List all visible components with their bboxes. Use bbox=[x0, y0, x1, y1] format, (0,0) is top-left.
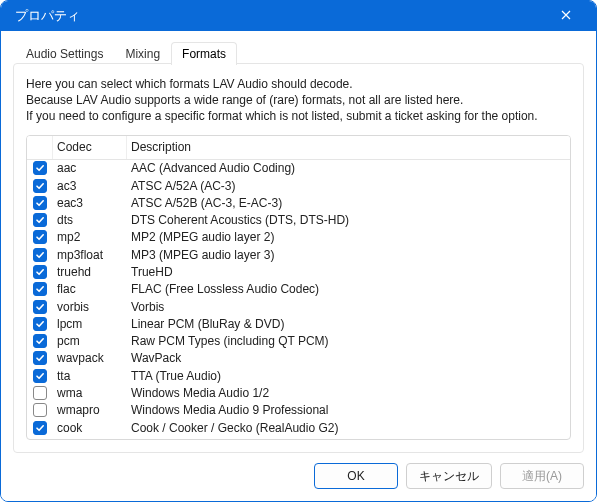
table-row[interactable]: ttaTTA (True Audio) bbox=[27, 367, 570, 384]
tab-audio-settings[interactable]: Audio Settings bbox=[15, 42, 114, 65]
codec-cell: flac bbox=[53, 282, 127, 296]
table-row[interactable]: vorbisVorbis bbox=[27, 298, 570, 315]
help-line: If you need to configure a specific form… bbox=[26, 108, 571, 124]
tab-label: Mixing bbox=[125, 47, 160, 61]
table-row[interactable]: ac3ATSC A/52A (AC-3) bbox=[27, 177, 570, 194]
list-body[interactable]: aacAAC (Advanced Audio Coding)ac3ATSC A/… bbox=[27, 160, 570, 439]
format-checkbox[interactable] bbox=[33, 196, 47, 210]
codec-cell: aac bbox=[53, 161, 127, 175]
codec-cell: ac3 bbox=[53, 179, 127, 193]
table-row[interactable]: truehdTrueHD bbox=[27, 263, 570, 280]
description-cell: MP2 (MPEG audio layer 2) bbox=[127, 230, 570, 244]
format-checkbox[interactable] bbox=[33, 161, 47, 175]
format-checkbox[interactable] bbox=[33, 300, 47, 314]
description-cell: WavPack bbox=[127, 351, 570, 365]
codec-cell: wmapro bbox=[53, 403, 127, 417]
col-check[interactable] bbox=[27, 136, 53, 159]
codec-cell: dts bbox=[53, 213, 127, 227]
format-checkbox[interactable] bbox=[33, 369, 47, 383]
properties-dialog: プロパティ Audio SettingsMixingFormats Here y… bbox=[0, 0, 597, 502]
cancel-button[interactable]: キャンセル bbox=[406, 463, 492, 489]
codec-cell: pcm bbox=[53, 334, 127, 348]
format-checkbox[interactable] bbox=[33, 351, 47, 365]
table-row[interactable]: wmaWindows Media Audio 1/2 bbox=[27, 384, 570, 401]
codec-cell: truehd bbox=[53, 265, 127, 279]
table-row[interactable]: aacAAC (Advanced Audio Coding) bbox=[27, 160, 570, 177]
codec-cell: mp2 bbox=[53, 230, 127, 244]
description-cell: ATSC A/52B (AC-3, E-AC-3) bbox=[127, 196, 570, 210]
description-cell: TrueHD bbox=[127, 265, 570, 279]
description-cell: TTA (True Audio) bbox=[127, 369, 570, 383]
codec-cell: wavpack bbox=[53, 351, 127, 365]
codec-cell: vorbis bbox=[53, 300, 127, 314]
tab-panel-formats: Here you can select which formats LAV Au… bbox=[13, 63, 584, 453]
format-checkbox[interactable] bbox=[33, 386, 47, 400]
description-cell: MP3 (MPEG audio layer 3) bbox=[127, 248, 570, 262]
codec-cell: cook bbox=[53, 421, 127, 435]
description-cell: ATSC A/52A (AC-3) bbox=[127, 179, 570, 193]
help-line: Because LAV Audio supports a wide range … bbox=[26, 92, 571, 108]
formats-list: Codec Description aacAAC (Advanced Audio… bbox=[26, 135, 571, 440]
format-checkbox[interactable] bbox=[33, 282, 47, 296]
help-text: Here you can select which formats LAV Au… bbox=[26, 76, 571, 125]
codec-cell: tta bbox=[53, 369, 127, 383]
title-bar: プロパティ bbox=[1, 1, 596, 31]
help-line: Here you can select which formats LAV Au… bbox=[26, 76, 571, 92]
codec-cell: wma bbox=[53, 386, 127, 400]
description-cell: FLAC (Free Lossless Audio Codec) bbox=[127, 282, 570, 296]
format-checkbox[interactable] bbox=[33, 265, 47, 279]
table-row[interactable]: mp3floatMP3 (MPEG audio layer 3) bbox=[27, 246, 570, 263]
close-icon bbox=[561, 9, 571, 23]
table-row[interactable]: eac3ATSC A/52B (AC-3, E-AC-3) bbox=[27, 194, 570, 211]
format-checkbox[interactable] bbox=[33, 334, 47, 348]
description-cell: DTS Coherent Acoustics (DTS, DTS-HD) bbox=[127, 213, 570, 227]
table-row[interactable]: wmaproWindows Media Audio 9 Professional bbox=[27, 402, 570, 419]
format-checkbox[interactable] bbox=[33, 248, 47, 262]
format-checkbox[interactable] bbox=[33, 179, 47, 193]
table-row[interactable]: flacFLAC (Free Lossless Audio Codec) bbox=[27, 281, 570, 298]
table-row[interactable]: mp2MP2 (MPEG audio layer 2) bbox=[27, 229, 570, 246]
description-cell: Windows Media Audio 9 Professional bbox=[127, 403, 570, 417]
table-row[interactable]: pcmRaw PCM Types (including QT PCM) bbox=[27, 333, 570, 350]
format-checkbox[interactable] bbox=[33, 213, 47, 227]
codec-cell: lpcm bbox=[53, 317, 127, 331]
tab-formats[interactable]: Formats bbox=[171, 42, 237, 65]
tab-mixing[interactable]: Mixing bbox=[114, 42, 171, 65]
dialog-buttons: OK キャンセル 適用(A) bbox=[13, 453, 584, 489]
table-row[interactable]: cookCook / Cooker / Gecko (RealAudio G2) bbox=[27, 419, 570, 436]
description-cell: Linear PCM (BluRay & DVD) bbox=[127, 317, 570, 331]
format-checkbox[interactable] bbox=[33, 317, 47, 331]
close-button[interactable] bbox=[546, 1, 586, 31]
tab-label: Audio Settings bbox=[26, 47, 103, 61]
description-cell: Windows Media Audio 1/2 bbox=[127, 386, 570, 400]
tab-label: Formats bbox=[182, 47, 226, 61]
description-cell: Raw PCM Types (including QT PCM) bbox=[127, 334, 570, 348]
format-checkbox[interactable] bbox=[33, 230, 47, 244]
tab-strip: Audio SettingsMixingFormats bbox=[15, 41, 584, 64]
table-row[interactable]: dtsDTS Coherent Acoustics (DTS, DTS-HD) bbox=[27, 211, 570, 228]
list-header: Codec Description bbox=[27, 136, 570, 160]
col-codec[interactable]: Codec bbox=[53, 136, 127, 159]
client-area: Audio SettingsMixingFormats Here you can… bbox=[1, 31, 596, 501]
apply-button[interactable]: 適用(A) bbox=[500, 463, 584, 489]
format-checkbox[interactable] bbox=[33, 403, 47, 417]
table-row[interactable]: lpcmLinear PCM (BluRay & DVD) bbox=[27, 315, 570, 332]
format-checkbox[interactable] bbox=[33, 421, 47, 435]
description-cell: Vorbis bbox=[127, 300, 570, 314]
ok-button[interactable]: OK bbox=[314, 463, 398, 489]
table-row[interactable]: wavpackWavPack bbox=[27, 350, 570, 367]
description-cell: Cook / Cooker / Gecko (RealAudio G2) bbox=[127, 421, 570, 435]
codec-cell: mp3float bbox=[53, 248, 127, 262]
codec-cell: eac3 bbox=[53, 196, 127, 210]
description-cell: AAC (Advanced Audio Coding) bbox=[127, 161, 570, 175]
window-title: プロパティ bbox=[15, 7, 80, 25]
col-description[interactable]: Description bbox=[127, 136, 570, 159]
